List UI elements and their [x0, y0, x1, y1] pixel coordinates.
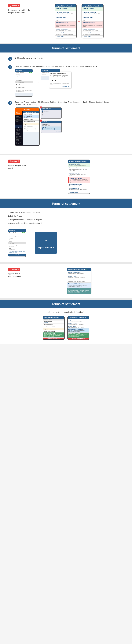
bt-elm-icon: ⚙ [16, 86, 17, 89]
obd2-bt-device[interactable]: Bluetooth Device [23, 118, 39, 120]
sidebar-item-alarms[interactable]: Manage Alarms [15, 138, 22, 142]
q1-phones: Adapter Status Information ▲ Bluetooth E… [55, 4, 104, 38]
q3-status-body: Adapter Manufacturer The manufacturer of… [67, 271, 91, 294]
status-conn-ecu: Connection to ECU Can the adapter talk t… [55, 16, 76, 22]
step3-images: TORQUE Torque Settings Torque Preference… [15, 108, 124, 146]
step3-number: 3 [8, 101, 12, 105]
sol3-badge1: ① Faster communication [43, 338, 64, 339]
sidebar-item-themes[interactable]: Themes [15, 118, 22, 120]
sol3-auto-bt2[interactable]: Auto Bluetooth On/off [43, 330, 64, 332]
solution2-list: 1. open your bluetooth,unpair the OBDII.… [8, 211, 124, 225]
solution3-phones: OBD2 Adapter Settings Connection setting… [8, 316, 124, 340]
pairing-permission: Also allow to access your contacts and c… [50, 83, 70, 84]
status-error-count: Adapter Error Count You should keep this… [55, 22, 76, 28]
solution2-item4: 4. Open the Torque.Then repeat solution … [8, 222, 124, 225]
option-bluetooth[interactable]: Bluetooth [42, 110, 61, 112]
wifi-icon: ▲ [74, 5, 76, 7]
option-usb[interactable]: USB [42, 114, 61, 116]
solution2-item1: 1. open your bluetooth,unpair the OBDII. [8, 211, 124, 214]
solution3-section: Choose faster communication in "setting"… [0, 308, 132, 344]
status-enabled2: Bluetooth Enabled Bluetooth is enabled o… [82, 8, 103, 11]
q2-status-body: Bluetooth Enabled Bluetooth is enabled o… [68, 163, 90, 194]
sidebar-item-preferences[interactable]: Torque Preferences [15, 115, 22, 118]
sol3-status-notes: Adapter Notes Information about the OBD2… [68, 325, 89, 328]
obd2-faster-comm: Faster communication [23, 125, 39, 127]
q3-manufacturer: Adapter Manufacturer The manufacturer of… [67, 271, 91, 275]
sidebar-item-pids[interactable]: Manage inline PIDs/Sensors [15, 142, 22, 145]
sidebar-item-create-settings[interactable]: Create Settings [15, 125, 22, 128]
question2-text: Appear "Adapter Error count" [8, 164, 30, 170]
question1-section: Question 1 If you meet the problem like … [0, 0, 132, 42]
bt-device-icon: ⚙ [16, 83, 17, 86]
right-options: 4 Connection Type Bluetooth WiFi [41, 108, 62, 133]
status-conn-ecu-title: Connection to ECU [56, 17, 76, 18]
step2-number: 2 [8, 65, 12, 69]
bt-device-item-2[interactable]: OBDII [AA:BB:CC:11:22:33] [42, 126, 61, 130]
pairing-ok-btn[interactable]: OK [68, 86, 70, 87]
bt-phone-wrapper: Bluetooth Turn on Bluetooth ON Visibilit… [15, 69, 35, 96]
solution2-section: 1. open your bluetooth,unpair the OBDII.… [0, 208, 132, 262]
q2-conn-ecu: Connection to ECU Can the adapter talk t… [68, 172, 90, 177]
bt-device-obd[interactable]: ⚙ OBD [15, 83, 33, 86]
q2-conn-adapter: Connection to adapter Can the adapter co… [68, 167, 90, 172]
status-version: Adapter Version The firmware version of … [55, 32, 76, 36]
option-wifi[interactable]: WiFi [42, 112, 61, 114]
bt-device-item-1[interactable]: 小米手机Euto [24:60:83:0A:5E:58] [42, 124, 61, 126]
radio-wifi [42, 112, 43, 114]
status-error-count2: Adapter Error Count You should keep this… [82, 22, 103, 28]
bt-device-cancel[interactable]: CANCEL [42, 130, 61, 132]
arrow-connector: → [77, 20, 81, 23]
repeat-solution-box: ↑ Repeat Solution 1 [35, 232, 57, 254]
badge-6: 6 [40, 120, 42, 122]
step2-arrow: → [37, 81, 40, 84]
bt-toggle[interactable]: ON [29, 72, 32, 73]
bt-toggle-row: Turn on Bluetooth ON [15, 72, 33, 74]
sol3-auto-note: Only if BT was already off [43, 328, 64, 330]
up-arrow-icon: ↑ [44, 237, 48, 246]
repeat-solution-area: Bluetooth Turn on Bluetooth ON Visibilit… [8, 228, 124, 258]
obd2-settings-header: OBD2 Adapter Settings [23, 111, 39, 113]
q2-manufacturer: Adapter Manufacturer The manufacturer of… [68, 183, 90, 187]
sidebar-item-jobs[interactable]: Jobs [15, 123, 22, 125]
obd2-settings-panel: OBD2 Adapter Settings Connection setting… [23, 111, 39, 145]
question3-images: Adapter Status Information ▲ Adapter Man… [34, 268, 124, 294]
sol3-auto-bt[interactable]: Auto Bluetooth On/off [43, 326, 64, 328]
step1-content: Exit the software, and enter it again [15, 57, 124, 61]
sol3-faster-comm[interactable]: Faster communication Try to use Bluetoot… [43, 332, 64, 338]
repeat-bt-visibility: Visibility Only visible to paired device… [8, 234, 26, 237]
obd2-connection-type[interactable]: Connection type Bluetooth [23, 115, 39, 118]
sol3-status-body: Adapter Manufacturer The manufacturer of… [68, 319, 89, 338]
conn-type-cancel[interactable]: CANCEL [42, 116, 61, 118]
sidebar-item-tyre[interactable]: Tyre Logging & Upload [15, 128, 22, 131]
sol3-phone-left: OBD2 Adapter Settings Connection setting… [43, 316, 65, 340]
steps-section: 1 Exit the software, and enter it again … [0, 52, 132, 154]
sidebar-item-plugins[interactable]: Plugins [15, 120, 22, 123]
repeat-received: Rename ... [8, 237, 26, 240]
q3-notes: Adapter Notes Information about the OBD2… [67, 279, 91, 282]
status-conn-adapter-title: Connection to adapter [56, 12, 76, 13]
obd2-auto-bt[interactable]: Auto Bluetooth On/off [23, 120, 39, 123]
pairing-phone-wrapper: Bluetooth Turn on Bluetooth ON Visibilit… [41, 69, 68, 96]
q2-status-header: Adapter Status Information ▲ [68, 160, 90, 163]
torque-header: TORQUE [15, 108, 39, 111]
adapter-status-header2: Adapter Status Information ▲ [82, 4, 103, 8]
repeat-bt-header: Bluetooth [8, 229, 26, 232]
sol3-bt-device[interactable]: Bluetooth Device [43, 324, 64, 326]
status-conn-adapter2: Connection to adapter Can the adapter co… [82, 11, 103, 16]
sidebar-item-speech[interactable]: Speech Alarm Settings [15, 136, 22, 138]
bt-visibility-row: Visibility Only visible to paired device… [15, 74, 33, 77]
bt-device-elm[interactable]: ⚙ ELM327Euro [15, 86, 33, 89]
sidebar-item-dash[interactable]: Dash Installation settings [15, 131, 22, 136]
question1-images: Adapter Status Information ▲ Bluetooth E… [34, 4, 124, 38]
step3-content: Open your Torque---setting---OBD2 Adapte… [15, 101, 124, 146]
gap2 [0, 154, 132, 156]
q1-phone2: Adapter Status Information ▲ Bluetooth E… [82, 4, 104, 38]
repeat-bt-body: Turn on Bluetooth ON Visibility Only vis… [8, 232, 26, 256]
q3-status-header: Adapter Status Information ▲ [67, 268, 91, 271]
step3-text: Open your Torque---setting---OBD2 Adapte… [15, 101, 124, 106]
pairing-cancel-btn[interactable]: CANCEL [62, 86, 67, 87]
radio-usb [42, 114, 43, 116]
step2-images: Bluetooth Turn on Bluetooth ON Visibilit… [15, 69, 124, 96]
sol3-conn-type[interactable]: Connection type Bluetooth [43, 320, 64, 324]
bt-search[interactable]: Search for devices [8, 254, 26, 256]
